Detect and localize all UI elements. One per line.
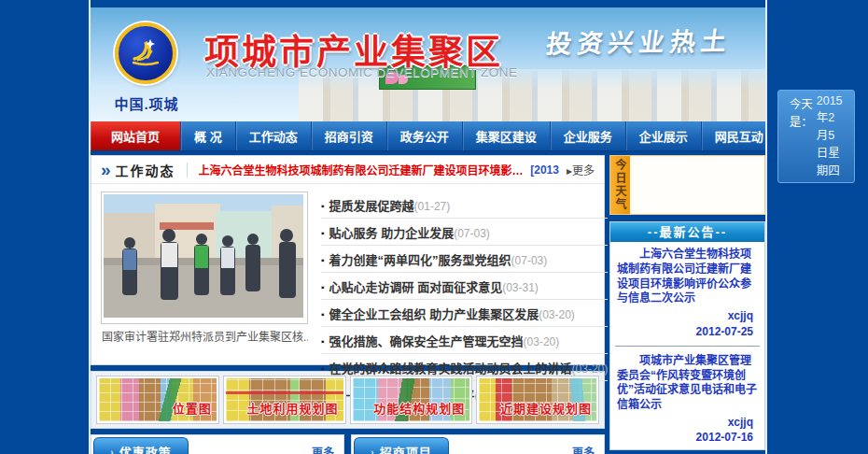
investment-projects-section: › 招商项目 更多 <box>351 434 605 454</box>
news-list-item[interactable]: ▪健全企业工会组织 助力产业集聚区发展(03-20) <box>321 300 608 327</box>
news-list-item[interactable]: ▪贴心服务 助力企业发展(07-03) <box>321 219 608 246</box>
news-ticker-link[interactable]: 上海六合堂生物科技项城制药有限公司迁建新厂建设项目环境影响评价公众参与信息一次公… <box>199 162 529 177</box>
map-label: 土地利用规划图 <box>246 399 338 417</box>
map-thumbnail-function-structure[interactable]: 功能结构规划图 <box>351 376 472 423</box>
announcements-section: --最新公告-- 上海六合堂生物科技项城制药有限公司迁建新厂建设项目环境影响评价… <box>609 221 765 450</box>
main-content: » 工作动态 上海六合堂生物科技项城制药有限公司迁建新厂建设项目环境影响评价公众… <box>91 155 765 454</box>
nav-item-zone-construction[interactable]: 集聚区建设 <box>463 121 551 150</box>
nav-item-enterprise-service[interactable]: 企业服务 <box>551 121 626 150</box>
bullet-icon: ▪ <box>321 363 325 374</box>
news-date: (03-20) <box>572 362 609 376</box>
news-date: (07-03) <box>511 254 548 267</box>
map-label: 位置图 <box>173 399 212 417</box>
preferential-policy-section: › 优惠政策 更多 <box>91 434 344 454</box>
officials-photo-image <box>104 194 303 318</box>
more-link[interactable]: 更多 <box>572 444 595 454</box>
work-news-header: » 工作动态 上海六合堂生物科技项城制药有限公司迁建新厂建设项目环境影响评价公众… <box>91 156 604 184</box>
weather-content <box>630 156 764 214</box>
bullet-icon: ▪ <box>321 201 325 211</box>
weather-title: 今日天气 <box>610 156 630 214</box>
tab-investment-projects[interactable]: › 招商项目 <box>354 437 449 454</box>
page-container: 中国.项城 项城市产业集聚区 XIANGCHENG ECONOMIC DEVEL… <box>89 0 767 454</box>
news-date: (01-27) <box>414 200 451 213</box>
bullet-icon: ▪ <box>321 336 325 347</box>
news-photo-block: 国家审计署驻郑州特派员到产业集聚区核... <box>101 192 308 407</box>
nav-item-citizen-interaction[interactable]: 网民互动 <box>702 121 777 150</box>
nav-item-home[interactable]: 网站首页 <box>91 121 181 150</box>
right-column: 今日天气 --最新公告-- 上海六合堂生物科技项城制药有限公司迁建新厂建设项目环… <box>609 155 765 454</box>
photo-caption: 国家审计署驻郑州特派员到产业集聚区核... <box>101 324 308 344</box>
announcement-author: xcjjq <box>622 415 753 430</box>
nav-item-investment[interactable]: 招商引资 <box>312 121 387 150</box>
nav-item-enterprise-showcase[interactable]: 企业展示 <box>626 121 702 150</box>
nav-item-work-news[interactable]: 工作动态 <box>236 121 312 150</box>
news-list-item[interactable]: ▪提质发展促跨越(01-27) <box>321 192 608 219</box>
ticker-more-link[interactable]: ▸更多 <box>567 162 595 177</box>
divider <box>615 346 760 347</box>
bullet-icon: ▪ <box>321 228 325 238</box>
map-thumbnail-recent-construction[interactable]: 近期建设规划图 <box>477 376 598 423</box>
bullet-icon: ▪ <box>321 282 325 292</box>
date-value: 2015年2月5日星期四 <box>817 94 843 178</box>
nav-item-overview[interactable]: 概 况 <box>181 121 236 150</box>
announcement-date: 2012-07-16 <box>622 430 753 445</box>
news-list-item[interactable]: ▪着力创建“两单四化”服务型党组织(07-03) <box>321 246 608 273</box>
announcement-meta: xcjjq 2012-07-16 <box>610 415 764 449</box>
main-nav: 网站首页 概 况 工作动态 招商引资 政务公开 集聚区建设 企业服务 企业展示 … <box>91 121 765 152</box>
news-list-item[interactable]: ▪强化措施、确保安全生产管理无空挡(03-20) <box>321 327 608 354</box>
announcements-title: --最新公告-- <box>610 222 764 242</box>
weather-widget: 今日天气 <box>609 155 765 215</box>
divider <box>187 163 188 177</box>
more-link[interactable]: 更多 <box>312 444 334 454</box>
region-label: 中国.项城 <box>100 93 193 113</box>
announcement-link[interactable]: 项城市产业集聚区管理委员会“作风转变暨环境创优”活动征求意见电话和电子信箱公示 <box>610 348 764 415</box>
map-thumbnail-location[interactable]: 位置图 <box>97 376 218 423</box>
left-column: » 工作动态 上海六合堂生物科技项城制药有限公司迁建新厂建设项目环境影响评价公众… <box>91 155 605 454</box>
arrow-icon: › <box>110 447 115 454</box>
news-date: (07-03) <box>454 227 490 240</box>
announcement-date: 2012-07-25 <box>622 324 753 339</box>
site-logo <box>115 22 176 84</box>
bullet-icon: ▪ <box>321 309 325 319</box>
work-news-body: 国家审计署驻郑州特派员到产业集聚区核... ▪提质发展促跨越(01-27) ▪贴… <box>91 184 604 407</box>
work-news-section: » 工作动态 上海六合堂生物科技项城制药有限公司迁建新厂建设项目环境影响评价公众… <box>91 155 605 365</box>
swan-logo-icon <box>125 31 166 76</box>
site-slogan: 投资兴业热土 <box>544 21 734 60</box>
announcement-author: xcjjq <box>622 308 753 323</box>
news-photo[interactable] <box>101 192 308 324</box>
map-label: 功能结构规划图 <box>373 399 465 417</box>
news-date: (03-31) <box>502 281 539 294</box>
map-thumbnail-land-use[interactable]: 土地利用规划图 <box>224 376 345 423</box>
news-date: (03-20) <box>539 308 575 321</box>
bullet-icon: ▪ <box>321 255 325 265</box>
news-date: (03-20) <box>524 335 560 348</box>
tab-preferential-policy[interactable]: › 优惠政策 <box>93 437 189 454</box>
current-date-display: 今天是： 2015年2月5日星期四 <box>777 90 855 183</box>
site-subtitle: XIANGCHENG ECONOMIC DEVELOPMENT ZONE <box>206 65 518 79</box>
site-header-banner: 中国.项城 项城市产业集聚区 XIANGCHENG ECONOMIC DEVEL… <box>91 7 765 121</box>
map-label: 近期建设规划图 <box>500 399 592 417</box>
announcement-meta: xcjjq 2012-07-25 <box>610 308 764 343</box>
nav-item-gov-affairs[interactable]: 政务公开 <box>387 121 463 150</box>
bottom-sections-row: › 优惠政策 更多 › 招商项目 更多 <box>91 434 605 454</box>
news-list: ▪提质发展促跨越(01-27) ▪贴心服务 助力企业发展(07-03) ▪着力创… <box>321 192 608 407</box>
announcement-link[interactable]: 上海六合堂生物科技项城制药有限公司迁建新厂建设项目环境影响评价公众参与信息二次公… <box>610 242 764 308</box>
arrow-icon: › <box>371 447 375 454</box>
date-label: 今天是： <box>790 94 813 178</box>
double-chevron-icon: » <box>101 161 111 178</box>
ticker-date: [2013 <box>530 163 559 177</box>
news-list-item[interactable]: ▪心贴心走访调研 面对面征求意见(03-31) <box>321 273 608 300</box>
section-title: 工作动态 <box>116 161 175 179</box>
